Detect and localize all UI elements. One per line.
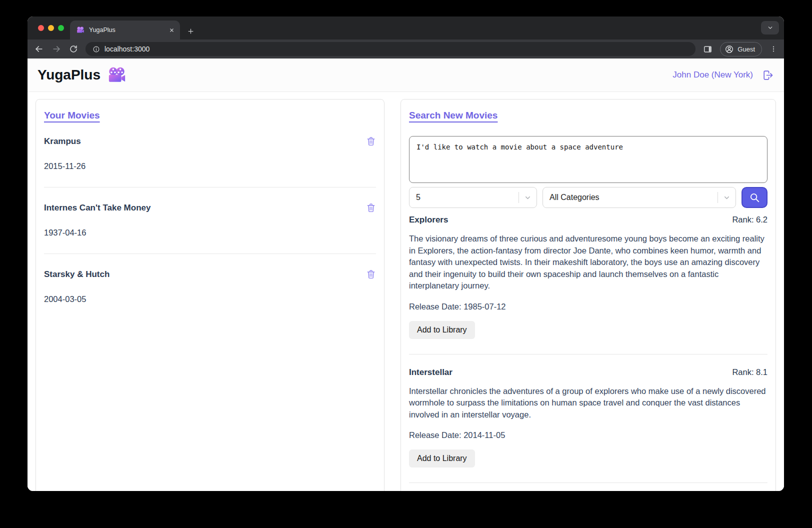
library-divider [44, 187, 376, 188]
guest-avatar-icon [724, 44, 734, 54]
traffic-lights [38, 25, 64, 31]
logout-button[interactable] [762, 69, 774, 82]
library-divider [44, 254, 376, 254]
search-controls: 5 All Categories [409, 187, 768, 208]
search-result: ExplorersRank: 6.2The visionary dreams o… [409, 215, 768, 339]
movie-release-date: 1937-04-16 [44, 228, 376, 238]
movie-release-date: 2004-03-05 [44, 294, 376, 304]
result-header: InterstellarRank: 8.1 [409, 368, 768, 378]
max-results-value: 5 [416, 193, 420, 202]
movie-release-date: 2015-11-26 [44, 162, 376, 171]
browser-tab[interactable]: YugaPlus [70, 20, 180, 40]
tab-close-icon[interactable] [167, 26, 176, 34]
app-title: YugaPlus [38, 67, 100, 83]
result-divider [409, 482, 768, 483]
url-text: localhost:3000 [104, 45, 150, 53]
movie-title: Starsky & Hutch [44, 270, 110, 280]
search-query-input[interactable]: I'd like to watch a movie about a space … [409, 136, 768, 183]
result-description: The visionary dreams of three curious an… [409, 233, 768, 292]
url-bar[interactable]: localhost:3000 [86, 42, 696, 56]
trash-icon [366, 136, 376, 146]
app-header: YugaPlus John Doe (New York) [28, 58, 784, 92]
browser-menu-icon[interactable] [770, 45, 778, 53]
browser-tab-strip: YugaPlus [28, 16, 784, 40]
result-rank: Rank: 8.1 [732, 368, 768, 377]
result-release-date: Release Date: 2014-11-05 [409, 430, 768, 440]
select-divider [518, 192, 519, 203]
site-info-icon[interactable] [92, 46, 100, 53]
tab-title: YugaPlus [89, 26, 162, 34]
category-select[interactable]: All Categories [542, 187, 736, 208]
max-results-select[interactable]: 5 [409, 187, 537, 208]
reload-icon[interactable] [69, 44, 78, 54]
category-value: All Categories [550, 193, 600, 202]
search-panel: Search New Movies I'd like to watch a mo… [400, 99, 776, 491]
library-list: Krampus2015-11-26Internes Can't Take Mon… [44, 136, 376, 304]
tab-favicon-movie-camera-icon [76, 26, 84, 34]
maximize-window-button[interactable] [58, 25, 64, 31]
browser-window: YugaPlus localhost:3000 [28, 16, 784, 491]
guest-label: Guest [738, 46, 755, 53]
close-window-button[interactable] [38, 25, 44, 31]
back-icon[interactable] [34, 44, 44, 54]
user-name-label: John Doe (New York) [672, 70, 753, 80]
delete-movie-button[interactable] [366, 269, 376, 280]
library-movie-row: Internes Can't Take Money1937-04-16 [44, 202, 376, 238]
chevron-down-icon [524, 194, 532, 202]
add-to-library-button[interactable]: Add to Library [409, 321, 475, 339]
library-movie-header: Internes Can't Take Money [44, 202, 376, 213]
result-release-date: Release Date: 1985-07-12 [409, 302, 768, 312]
your-movies-heading: Your Movies [44, 110, 100, 121]
delete-movie-button[interactable] [366, 202, 376, 213]
tab-search-button[interactable] [761, 21, 779, 34]
movie-title: Krampus [44, 136, 81, 146]
result-rank: Rank: 6.2 [732, 215, 768, 224]
result-movie-title: Explorers [409, 215, 448, 225]
library-movie-row: Starsky & Hutch2004-03-05 [44, 269, 376, 304]
result-divider [409, 354, 768, 354]
library-movie-header: Krampus [44, 136, 376, 146]
movie-camera-icon [108, 67, 126, 84]
select-divider [718, 192, 718, 203]
search-icon [749, 192, 760, 203]
result-description: Interstellar chronicles the adventures o… [409, 386, 768, 421]
delete-movie-button[interactable] [366, 136, 376, 146]
trash-icon [366, 202, 376, 213]
search-result: InterstellarRank: 8.1Interstellar chroni… [409, 368, 768, 468]
browser-toolbar: localhost:3000 Guest [28, 40, 784, 58]
minimize-window-button[interactable] [48, 25, 54, 31]
your-movies-panel: Your Movies Krampus2015-11-26Internes Ca… [36, 99, 384, 491]
search-heading: Search New Movies [409, 110, 498, 121]
new-tab-button[interactable] [187, 28, 194, 35]
add-to-library-button[interactable]: Add to Library [409, 450, 475, 468]
search-results: ExplorersRank: 6.2The visionary dreams o… [409, 215, 768, 491]
library-movie-header: Starsky & Hutch [44, 269, 376, 280]
trash-icon [366, 269, 376, 280]
logout-icon [762, 69, 774, 82]
main-content: Your Movies Krampus2015-11-26Internes Ca… [28, 92, 784, 491]
result-header: ExplorersRank: 6.2 [409, 215, 768, 225]
library-movie-row: Krampus2015-11-26 [44, 136, 376, 171]
side-panel-icon[interactable] [703, 44, 712, 54]
forward-icon[interactable] [52, 44, 62, 54]
profile-button[interactable]: Guest [720, 42, 762, 56]
search-button[interactable] [742, 187, 768, 208]
movie-title: Internes Can't Take Money [44, 203, 150, 213]
chevron-down-icon [723, 194, 730, 202]
result-movie-title: Interstellar [409, 368, 452, 378]
